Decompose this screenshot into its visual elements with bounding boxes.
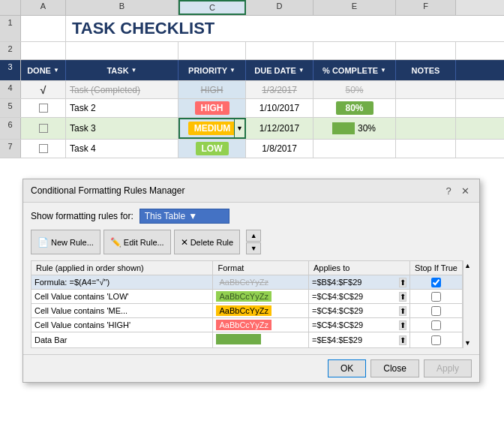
row-num-5: 5 xyxy=(0,99,21,117)
stop-checkbox-5[interactable] xyxy=(413,335,459,345)
ok-button[interactable]: OK xyxy=(328,359,366,377)
cell-priority-5: HIGH xyxy=(178,99,246,117)
move-up-button[interactable]: ▲ xyxy=(246,230,261,242)
format-preview-5 xyxy=(216,334,261,344)
corner-cell xyxy=(0,0,21,15)
rule-row-1: Formula: =$(A4="√") AaBbCcYyZz =$B$4:$F$… xyxy=(32,275,463,290)
cell-priority-7: LOW xyxy=(178,140,246,158)
column-headers: A B C D E F xyxy=(0,0,504,16)
col-header-b: B xyxy=(66,0,178,15)
dialog-controls: ? ✕ xyxy=(442,184,472,197)
rule-applies-2: =$C$4:$C$29 ⬆ xyxy=(309,290,410,304)
cell-date-5: 1/10/2017 xyxy=(246,99,314,117)
stop-input-4[interactable] xyxy=(431,320,441,330)
dialog-footer: OK Close Apply xyxy=(23,354,479,382)
cell-d2 xyxy=(246,42,314,59)
spreadsheet: A B C D E F 1 TASK CHECKLIST 2 3 DONE ▼ … xyxy=(0,0,504,158)
format-preview-1: AaBbCcYyZz xyxy=(216,277,271,287)
rules-table: Rule (applied in order shown) Format App… xyxy=(31,260,463,348)
title-row: 1 TASK CHECKLIST xyxy=(0,16,504,42)
cell-c2 xyxy=(178,42,246,59)
cell-notes-5 xyxy=(396,99,456,117)
header-notes: NOTES xyxy=(396,60,456,80)
rule-applies-4: =$C$4:$C$29 ⬆ xyxy=(309,318,410,332)
header-task: TASK ▼ xyxy=(66,60,178,80)
rule-stop-2 xyxy=(410,290,463,304)
applies-expand-4[interactable]: ⬆ xyxy=(399,320,406,330)
due-date-dropdown-icon[interactable]: ▼ xyxy=(298,67,304,74)
cell-task-5: Task 2 xyxy=(66,99,178,117)
cell-done-7 xyxy=(21,140,66,158)
cell-done-6 xyxy=(21,118,66,139)
rule-row-2: Cell Value contains 'LOW' AaBbCcYyZz =$C… xyxy=(32,290,463,304)
cell-percent-4: 50% xyxy=(314,81,396,98)
stop-input-5[interactable] xyxy=(431,335,441,345)
applies-expand-3[interactable]: ⬆ xyxy=(399,306,406,316)
header-done: DONE ▼ xyxy=(21,60,66,80)
dialog-close-button[interactable]: ✕ xyxy=(458,184,472,197)
rule-medium: Cell Value contains 'ME... xyxy=(32,304,213,318)
data-row-5: 5 Task 2 HIGH 1/10/2017 80% xyxy=(0,99,504,118)
stop-input-3[interactable] xyxy=(431,306,441,316)
applies-expand-2[interactable]: ⬆ xyxy=(399,292,406,302)
header-percent: % COMPLETE ▼ xyxy=(314,60,396,80)
rule-format-5 xyxy=(213,332,309,348)
task-dropdown-icon[interactable]: ▼ xyxy=(131,67,137,74)
rule-stop-3 xyxy=(410,304,463,318)
row-num-3: 3 xyxy=(0,60,21,80)
show-rules-label: Show formatting rules for: xyxy=(31,211,134,221)
format-preview-2: AaBbCcYyZz xyxy=(216,291,271,302)
delete-rule-button[interactable]: ✕ Delete Rule xyxy=(174,230,240,254)
stop-checkbox-2[interactable] xyxy=(413,292,459,302)
new-rule-button[interactable]: 📄 New Rule... xyxy=(31,230,100,254)
close-button[interactable]: Close xyxy=(370,359,419,377)
apply-button[interactable]: Apply xyxy=(424,359,472,377)
move-buttons: ▲ ▼ xyxy=(246,230,261,254)
rule-applies-5: =$E$4:$E$29 ⬆ xyxy=(309,332,410,348)
done-dropdown-icon[interactable]: ▼ xyxy=(53,67,59,74)
spreadsheet-title: TASK CHECKLIST xyxy=(66,16,456,41)
cell-notes-7 xyxy=(396,140,456,158)
row-num-6: 6 xyxy=(0,118,21,139)
col-applies-header: Applies to xyxy=(309,261,410,275)
col-header-f: F xyxy=(396,0,456,15)
show-rules-row: Show formatting rules for: This Table ▼ xyxy=(31,209,472,224)
cell-a1 xyxy=(21,16,66,41)
rule-applies-3: =$C$4:$C$29 ⬆ xyxy=(309,304,410,318)
stop-checkbox-3[interactable] xyxy=(413,306,459,316)
rule-low: Cell Value contains 'LOW' xyxy=(32,290,213,304)
priority-dropdown-icon[interactable]: ▼ xyxy=(230,67,236,74)
edit-rule-button[interactable]: ✏️ Edit Rule... xyxy=(104,230,171,254)
col-stop-header: Stop If True xyxy=(410,261,463,275)
rule-stop-1 xyxy=(410,275,463,290)
col-header-a: A xyxy=(21,0,66,15)
show-rules-select[interactable]: This Table ▼ xyxy=(140,209,230,224)
rule-row-3: Cell Value contains 'ME... AaBbCcYyZz =$… xyxy=(32,304,463,318)
dialog-help-button[interactable]: ? xyxy=(442,184,455,197)
applies-expand-5[interactable]: ⬆ xyxy=(399,335,406,345)
col-header-d: D xyxy=(246,0,314,15)
applies-expand-1[interactable]: ⬆ xyxy=(399,278,406,287)
stop-input-2[interactable] xyxy=(431,292,441,302)
stop-input-1[interactable] xyxy=(431,278,441,287)
rule-row-4: Cell Value contains 'HIGH' AaBbCcYyZz =$… xyxy=(32,318,463,332)
format-preview-3: AaBbCcYyZz xyxy=(216,305,271,316)
table-scrollbar[interactable]: ▲ ▼ xyxy=(463,260,472,348)
rules-container: Rule (applied in order shown) Format App… xyxy=(31,260,472,348)
rule-high: Cell Value contains 'HIGH' xyxy=(32,318,213,332)
rule-stop-4 xyxy=(410,318,463,332)
move-down-button[interactable]: ▼ xyxy=(246,242,261,254)
stop-checkbox-1[interactable] xyxy=(413,278,459,287)
data-row-7: 7 Task 4 LOW 1/8/2017 xyxy=(0,140,504,158)
dialog-titlebar: Conditional Formatting Rules Manager ? ✕ xyxy=(23,179,479,203)
percent-dropdown-icon[interactable]: ▼ xyxy=(380,67,386,74)
cell-percent-6: 30% xyxy=(314,118,396,139)
cell-date-4: 1/3/2017 xyxy=(246,81,314,98)
stop-checkbox-4[interactable] xyxy=(413,320,459,330)
rule-format-4: AaBbCcYyZz xyxy=(213,318,309,332)
cell-percent-7 xyxy=(314,140,396,158)
conditional-formatting-dialog: Conditional Formatting Rules Manager ? ✕… xyxy=(22,179,480,383)
cell-task-6: Task 3 xyxy=(66,118,178,139)
col-format-header: Format xyxy=(213,261,309,275)
col-header-e: E xyxy=(314,0,396,15)
